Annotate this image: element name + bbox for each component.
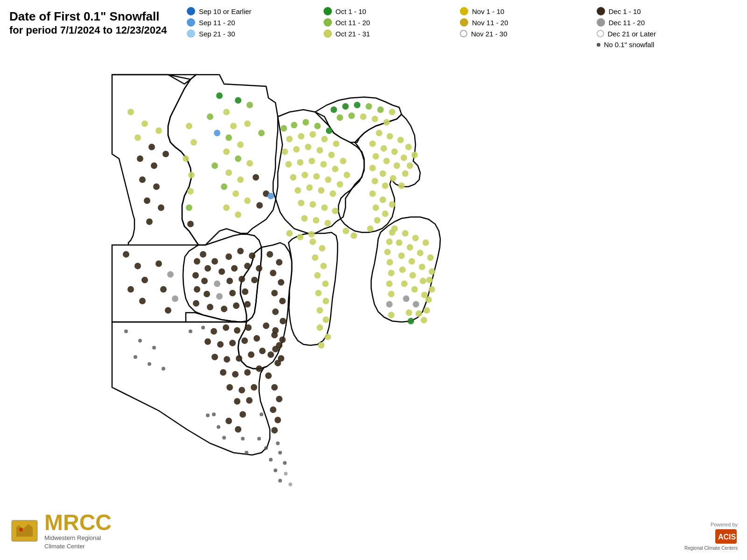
- svg-point-72: [214, 280, 220, 287]
- svg-point-236: [226, 384, 233, 391]
- svg-point-167: [280, 318, 286, 324]
- svg-point-121: [324, 220, 331, 226]
- svg-point-249: [271, 427, 278, 434]
- svg-point-31: [187, 221, 194, 227]
- svg-point-111: [295, 187, 301, 194]
- svg-point-237: [239, 387, 245, 393]
- svg-point-192: [409, 258, 415, 265]
- svg-point-74: [239, 276, 245, 282]
- svg-point-120: [313, 217, 319, 224]
- svg-point-255: [387, 259, 393, 266]
- legend-label-nov1-10: Nov 1 - 10: [472, 7, 504, 15]
- svg-point-277: [283, 461, 287, 465]
- svg-point-50: [155, 260, 162, 267]
- svg-point-98: [328, 152, 335, 158]
- svg-point-282: [222, 436, 226, 440]
- svg-point-259: [386, 301, 393, 308]
- svg-point-197: [420, 278, 426, 284]
- svg-point-148: [380, 170, 386, 177]
- svg-point-133: [376, 130, 382, 136]
- svg-point-138: [369, 140, 376, 147]
- svg-point-221: [245, 324, 252, 331]
- acis-icon: ACIS: [714, 528, 738, 545]
- svg-point-126: [377, 106, 384, 113]
- svg-point-18: [244, 197, 251, 204]
- svg-point-88: [326, 127, 332, 134]
- title-line2: for period 7/1/2024 to 12/23/2024: [9, 24, 168, 37]
- svg-point-141: [401, 154, 407, 161]
- svg-point-128: [337, 114, 343, 121]
- legend-area: Sep 10 or Earlier Oct 1 - 10 Nov 1 - 10 …: [187, 7, 728, 49]
- svg-point-134: [387, 133, 393, 140]
- svg-point-240: [246, 397, 253, 404]
- svg-point-61: [200, 251, 206, 258]
- svg-point-162: [270, 270, 276, 276]
- svg-point-209: [343, 228, 349, 234]
- svg-point-13: [211, 162, 218, 169]
- svg-point-220: [234, 327, 240, 334]
- svg-point-174: [312, 254, 318, 261]
- svg-point-107: [302, 172, 308, 178]
- legend-item-sep21-30: Sep 21 - 30: [187, 29, 319, 38]
- svg-point-250: [324, 334, 331, 340]
- svg-point-158: [374, 217, 381, 224]
- svg-point-254: [384, 249, 391, 255]
- mrcc-map-icon: [9, 516, 40, 546]
- svg-point-213: [276, 342, 282, 349]
- svg-point-6: [244, 120, 251, 127]
- svg-point-97: [317, 147, 323, 154]
- svg-point-260: [388, 312, 395, 318]
- svg-point-117: [321, 204, 328, 211]
- svg-point-235: [256, 365, 262, 372]
- svg-point-46: [134, 263, 141, 269]
- mrcc-logo-text: MRCC: [44, 511, 112, 534]
- svg-point-8: [226, 134, 232, 141]
- legend-item-oct1-10: Oct 1 - 10: [324, 7, 456, 15]
- svg-point-238: [251, 384, 257, 391]
- svg-point-190: [427, 254, 434, 261]
- svg-point-273: [241, 437, 245, 441]
- svg-point-189: [417, 250, 423, 256]
- svg-point-272: [245, 451, 248, 455]
- svg-point-52: [160, 286, 167, 293]
- svg-point-57: [152, 346, 156, 350]
- svg-point-80: [207, 304, 213, 310]
- legend-item-nov11-20: Nov 11 - 20: [460, 18, 592, 27]
- svg-point-131: [372, 116, 378, 122]
- svg-point-58: [134, 355, 137, 359]
- svg-point-10: [223, 148, 230, 155]
- svg-point-160: [267, 251, 273, 258]
- svg-point-146: [402, 170, 409, 177]
- svg-point-136: [405, 144, 412, 150]
- svg-point-104: [332, 166, 338, 172]
- svg-point-25: [186, 123, 192, 129]
- svg-point-271: [278, 479, 282, 483]
- svg-point-154: [380, 196, 386, 203]
- svg-point-147: [369, 165, 376, 171]
- svg-point-140: [391, 148, 398, 155]
- svg-point-289: [19, 528, 23, 532]
- title-area: Date of First 0.1" Snowfall for period 7…: [9, 9, 168, 37]
- svg-point-204: [416, 310, 422, 317]
- svg-point-187: [396, 239, 402, 246]
- svg-point-276: [278, 451, 282, 455]
- legend-dot-sep11-20: [187, 18, 195, 27]
- svg-point-92: [321, 136, 328, 142]
- svg-point-28: [188, 172, 195, 178]
- map-area: [65, 61, 696, 527]
- svg-point-142: [407, 162, 413, 169]
- legend-dot-nosnow: [597, 43, 600, 47]
- svg-point-110: [337, 181, 343, 188]
- svg-point-129: [348, 112, 355, 119]
- svg-point-215: [275, 360, 281, 366]
- svg-point-230: [248, 351, 254, 358]
- svg-point-202: [413, 301, 419, 308]
- svg-point-127: [389, 109, 395, 115]
- svg-point-267: [257, 437, 261, 441]
- svg-point-15: [237, 176, 244, 183]
- legend-label-sep21-30: Sep 21 - 30: [199, 30, 235, 38]
- legend-item-nosnow: No 0.1" snowfall: [597, 41, 729, 49]
- svg-point-47: [141, 277, 148, 283]
- svg-point-0: [216, 92, 223, 99]
- svg-point-201: [403, 295, 409, 302]
